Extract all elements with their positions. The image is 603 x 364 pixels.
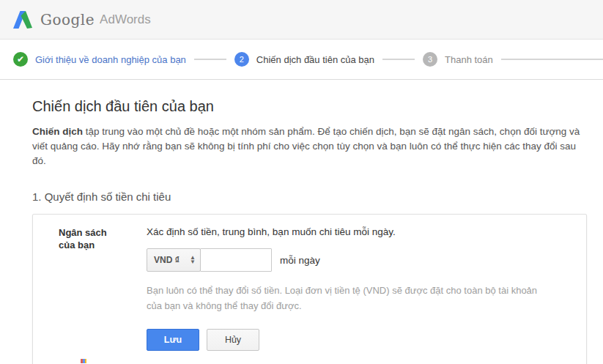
main-content: Chiến dịch đầu tiên của bạn Chiến dịch t… [0, 98, 603, 364]
step-connector-tail [501, 59, 603, 60]
save-button[interactable]: Lưu [147, 329, 199, 351]
budget-card-main: Xác định số tiền, trung bình, bạn muốn c… [147, 226, 586, 364]
brand-adwords: AdWords [100, 12, 151, 27]
intro-paragraph: Chiến dịch tập trung vào một chủ đề hoặc… [32, 125, 587, 168]
budget-controls-row: VND ₫ ▲▼ mỗi ngày [147, 248, 586, 272]
page-title: Chiến dịch đầu tiên của bạn [32, 98, 587, 115]
step1-complete-circle: ✔ [13, 52, 28, 67]
setup-progress-stepper: ✔ Giới thiệu về doanh nghiệp của bạn 2 C… [0, 40, 603, 80]
app-header: Google AdWords [0, 0, 603, 40]
cutoff-content-fragment [81, 359, 86, 363]
currency-select-value: VND ₫ [154, 255, 190, 265]
step-business-intro[interactable]: ✔ Giới thiệu về doanh nghiệp của bạn [13, 52, 186, 67]
budget-card: Ngân sách của bạn Xác định số tiền, trun… [32, 214, 587, 364]
up-down-arrows-icon: ▲▼ [190, 256, 196, 264]
section1-title: 1. Quyết định số tiền chi tiêu [32, 190, 587, 203]
budget-instruction: Xác định số tiền, trung bình, bạn muốn c… [147, 226, 586, 237]
budget-amount-input[interactable] [200, 248, 272, 272]
step-connector [194, 59, 226, 60]
per-day-suffix: mỗi ngày [280, 255, 320, 266]
step1-label[interactable]: Giới thiệu về doanh nghiệp của bạn [35, 54, 186, 65]
cancel-button[interactable]: Hủy [207, 329, 259, 351]
budget-label-line1: Ngân sách [59, 226, 147, 239]
step2-number-circle: 2 [234, 52, 249, 67]
currency-select[interactable]: VND ₫ ▲▼ [147, 248, 201, 272]
adwords-logo-icon [13, 10, 33, 29]
step3-label: Thanh toán [445, 54, 493, 65]
budget-label: Ngân sách của bạn [59, 226, 147, 364]
step-first-campaign: 2 Chiến dịch đầu tiên của bạn [234, 52, 374, 67]
step-connector [382, 59, 415, 60]
budget-note: Bạn luôn có thể thay đổi số tiền. Loại đ… [147, 283, 546, 313]
budget-label-line2: của bạn [59, 239, 147, 251]
check-icon: ✔ [17, 55, 24, 64]
intro-text: tập trung vào một chủ đề hoặc một nhóm s… [32, 126, 580, 166]
brand-google: Google [40, 11, 95, 29]
budget-buttons-row: Lưu Hủy [147, 329, 586, 351]
step3-number-circle: 3 [423, 52, 437, 67]
intro-lead-bold: Chiến dịch [32, 126, 83, 137]
step2-label: Chiến dịch đầu tiên của bạn [256, 54, 374, 65]
step-payment: 3 Thanh toán [423, 52, 493, 67]
